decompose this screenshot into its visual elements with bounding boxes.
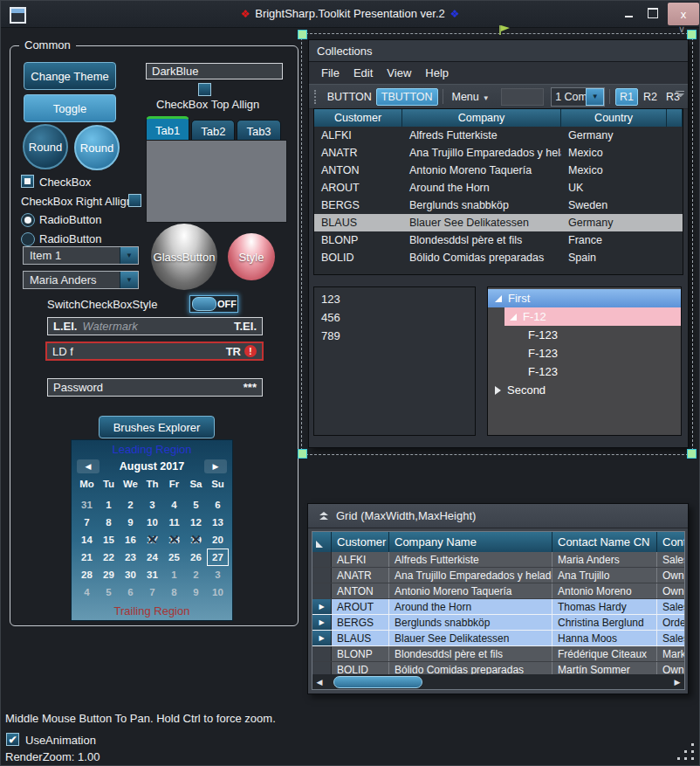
calendar-day[interactable]: 21 — [76, 549, 98, 566]
calendar-day[interactable]: 9 — [185, 583, 207, 601]
radio-button-1[interactable] — [21, 213, 35, 227]
calendar-day[interactable]: 8 — [163, 583, 185, 601]
table-row[interactable]: BOLIDBólido Comidas preparadasSpain — [314, 249, 683, 266]
calendar-day[interactable]: 9 — [120, 514, 141, 531]
calendar-day[interactable]: 6 — [120, 583, 141, 601]
toolbar-toggle-button[interactable]: TBUTTON — [376, 88, 438, 106]
calendar-day[interactable]: 7 — [141, 583, 163, 601]
table-row[interactable]: ANATRAna Trujillo Emparedados y heladosA… — [312, 568, 684, 583]
table-row[interactable]: BLONPBlondesddsl père et filsFrédérique … — [312, 646, 684, 662]
style-button[interactable]: Style — [228, 233, 275, 280]
calendar-day[interactable]: 20 — [207, 531, 229, 549]
checkbox-right-align[interactable] — [128, 194, 141, 207]
tree-item-f-123[interactable]: F-123 — [488, 344, 681, 362]
checkbox[interactable] — [21, 175, 34, 188]
calendar-day[interactable]: 7 — [76, 514, 98, 531]
adorner-handle-top-right[interactable] — [687, 30, 697, 39]
calendar-day[interactable]: 31 — [141, 566, 163, 583]
brushes-explorer-button[interactable]: Brushes Explorer — [99, 416, 215, 438]
theme-name-box[interactable]: DarkBlue — [146, 63, 283, 79]
calendar-day[interactable]: 1 — [163, 566, 185, 583]
password-box[interactable]: Password *** — [47, 378, 263, 397]
menu-item-file[interactable]: File — [314, 64, 347, 82]
list-item[interactable]: 123 — [314, 290, 475, 308]
table-row[interactable]: ANTONAntonio Moreno TaqueríaAntonio More… — [312, 583, 684, 599]
checkbox-top-align[interactable] — [198, 83, 211, 96]
tab-tab1[interactable]: Tab1 — [146, 116, 189, 142]
column-header-contact-name[interactable]: Contact Name CN — [552, 532, 657, 552]
toolbar-grip-icon[interactable] — [314, 90, 319, 104]
toolbar-radio-r2[interactable]: R2 — [640, 89, 661, 105]
adorner-handle-top-left[interactable] — [298, 30, 307, 39]
table-row[interactable]: ▶AROUTAround the HornThomas HardySales — [312, 599, 684, 615]
collapse-icon[interactable] — [319, 511, 328, 521]
item-combobox[interactable]: Item 1 ▼ — [23, 246, 139, 265]
close-button[interactable]: x — [668, 3, 699, 25]
tree-item-f-123[interactable]: F-123 — [488, 362, 681, 381]
expander-open-icon[interactable] — [510, 314, 517, 321]
list-item[interactable]: 789 — [314, 327, 475, 345]
tree-item-second[interactable]: Second — [488, 381, 681, 399]
column-header-customer-id[interactable]: Customer ID — [332, 532, 389, 552]
toolbar-textbox[interactable] — [501, 88, 544, 106]
calendar-day[interactable]: 15 — [98, 531, 120, 549]
scroll-right-icon[interactable]: ▶ — [670, 678, 684, 687]
column-header-contact-title[interactable]: Cont — [657, 532, 685, 552]
tree-item-first[interactable]: First — [488, 289, 681, 307]
column-header-customer[interactable]: Customer — [314, 109, 402, 127]
radio-button-2[interactable] — [21, 232, 35, 246]
table-row[interactable]: AROUTAround the HornUK — [314, 179, 683, 197]
tree-item-f-12[interactable]: F-12 — [504, 307, 681, 326]
calendar-day[interactable]: 26 — [185, 549, 207, 566]
toolbar-menu-button[interactable]: Menu▼ — [447, 89, 493, 105]
list-item[interactable]: 456 — [314, 308, 475, 327]
chevron-down-icon[interactable]: ▼ — [120, 272, 138, 288]
calendar-day[interactable]: 12 — [185, 514, 207, 531]
collections-title-bar[interactable]: Collections — [309, 40, 688, 62]
calendar-day[interactable]: 11 — [163, 514, 185, 531]
calendar-day[interactable]: 29 — [98, 566, 120, 583]
menu-item-edit[interactable]: Edit — [347, 64, 380, 82]
scrollbar-track[interactable] — [326, 674, 670, 689]
round-button-light[interactable]: Round — [74, 125, 120, 170]
calendar-prev-icon[interactable]: ◀ — [77, 459, 100, 473]
calendar-day[interactable]: 31 — [76, 496, 98, 514]
row-header[interactable]: ▶ — [312, 631, 332, 645]
calendar-day[interactable]: 13 — [207, 514, 229, 531]
calendar-day[interactable]: 2 — [185, 566, 207, 583]
calendar-day[interactable]: 18 — [163, 531, 185, 549]
glass-button[interactable]: GlassButton — [151, 224, 217, 290]
chevron-down-icon[interactable]: ▼ — [120, 247, 138, 264]
row-header[interactable] — [312, 552, 332, 567]
calendar-day[interactable]: 3 — [141, 496, 163, 514]
calendar-next-icon[interactable]: ▶ — [204, 459, 227, 473]
column-header-company[interactable]: Company — [402, 109, 561, 127]
switch-knob[interactable] — [192, 297, 216, 311]
calendar-day[interactable]: 10 — [207, 583, 229, 601]
row-header[interactable]: ▶ — [312, 599, 332, 614]
calendar-day[interactable]: 22 — [98, 549, 120, 566]
watermark-textbox[interactable]: L.EI. Watermark T.EI. — [47, 317, 263, 335]
tree-item-f-123[interactable]: F-123 — [488, 326, 681, 344]
select-all-corner[interactable] — [312, 532, 332, 552]
error-textbox[interactable]: LD f TR ! — [45, 342, 264, 361]
row-header[interactable] — [312, 646, 332, 661]
calendar-day[interactable]: 4 — [163, 496, 185, 514]
toolbar-radio-r1[interactable]: R1 — [615, 88, 638, 106]
grid-panel-header[interactable]: Grid (MaxWidth,MaxHeight) — [308, 504, 688, 528]
toggle-button[interactable]: Toggle — [24, 94, 116, 122]
switch-checkbox[interactable]: OFF — [189, 295, 238, 313]
calendar-day[interactable]: 25 — [163, 549, 185, 566]
resize-grip[interactable] — [691, 757, 694, 760]
name-combobox[interactable]: Maria Anders ▼ — [23, 271, 139, 289]
scroll-left-icon[interactable]: ◀ — [312, 678, 326, 687]
table-row[interactable]: BERGSBerglunds snabbköpSweden — [314, 197, 683, 214]
minimize-button[interactable] — [617, 1, 640, 25]
chevron-down-icon[interactable]: ▼ — [586, 88, 604, 106]
calendar-day[interactable]: 2 — [120, 496, 141, 514]
calendar-day[interactable]: 6 — [207, 496, 229, 514]
calendar-day[interactable]: 16 — [120, 531, 141, 549]
calendar-day[interactable]: 24 — [141, 549, 163, 566]
table-row[interactable]: ▶BERGSBerglunds snabbköpChristina Berglu… — [312, 615, 684, 631]
use-animation-checkbox[interactable]: ✔ — [6, 733, 19, 746]
